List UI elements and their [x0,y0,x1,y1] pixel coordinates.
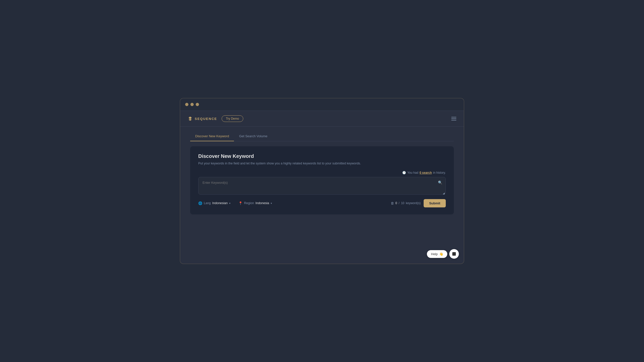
navbar: SEQUENCE Try Demo [180,111,464,127]
hamburger-line-3 [451,120,456,120]
stop-icon [452,252,456,256]
tabs: Discover New Keyword Get Search Volume [190,132,454,141]
history-count-link[interactable]: 0 search [420,171,432,174]
keyword-count: 🗑 0 / 10 keyword(s) [391,201,421,205]
logo-text: SEQUENCE [195,117,217,121]
options-left: 🌐 Lang Indonesian ▾ 📍 Region Indonesia ▾ [198,201,272,205]
browser-content: SEQUENCE Try Demo Discover New Keyword G… [180,111,464,264]
history-info: 🕐 You had 0 search in history. [198,171,446,174]
try-demo-button[interactable]: Try Demo [222,115,243,122]
region-selector[interactable]: 📍 Region Indonesia ▾ [238,201,272,205]
history-prefix: You had [407,171,418,174]
browser-window: SEQUENCE Try Demo Discover New Keyword G… [180,98,464,264]
keyword-count-separator: / [399,201,399,205]
options-row: 🌐 Lang Indonesian ▾ 📍 Region Indonesia ▾ [198,199,446,207]
language-icon: 🌐 [198,201,202,205]
language-selector[interactable]: 🌐 Lang Indonesian ▾ [198,201,230,205]
options-right: 🗑 0 / 10 keyword(s) Submit [391,199,446,207]
region-value: Indonesia [256,201,269,205]
lang-value: Indonesian [212,201,228,205]
keyword-textarea[interactable] [198,177,446,195]
hamburger-line-2 [451,118,456,119]
region-icon: 📍 [238,201,243,205]
hamburger-line-1 [451,117,456,117]
submit-button[interactable]: Submit [424,199,446,207]
traffic-light-red [185,103,188,106]
main-content: Discover New Keyword Get Search Volume D… [180,127,464,264]
card-title: Discover New Keyword [198,153,446,159]
lang-label: Lang [204,201,211,205]
card-description: Put your keywords in the field and let t… [198,161,446,166]
help-emoji: 👋 [439,252,443,256]
hamburger-menu[interactable] [451,117,456,120]
trash-icon[interactable]: 🗑 [391,201,394,205]
stop-button[interactable] [449,249,459,259]
browser-titlebar [180,98,464,111]
history-suffix: in history. [433,171,446,174]
help-button[interactable]: Help 👋 [427,250,447,258]
traffic-light-green [196,103,199,106]
tab-discover-keyword[interactable]: Discover New Keyword [190,132,234,141]
logo-icon [188,116,193,121]
traffic-light-yellow [190,103,194,106]
keyword-max-count: 10 [401,201,404,205]
keyword-current-count: 0 [395,201,397,205]
region-label: Region [244,201,254,205]
clock-icon: 🕐 [402,171,406,174]
textarea-wrapper: 🔍 ◢ [198,177,446,196]
lang-chevron-icon: ▾ [229,202,230,205]
help-label: Help [431,252,438,256]
logo: SEQUENCE [188,116,217,121]
keyword-card: Discover New Keyword Put your keywords i… [190,146,454,214]
region-chevron-icon: ▾ [271,202,272,205]
navbar-left: SEQUENCE Try Demo [188,115,243,122]
traffic-lights [185,103,199,106]
help-widget: Help 👋 [427,249,459,259]
tab-search-volume[interactable]: Get Search Volume [234,132,272,141]
keyword-suffix: keyword(s) [406,201,421,205]
